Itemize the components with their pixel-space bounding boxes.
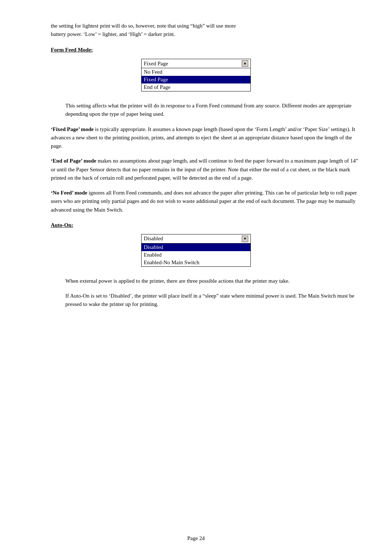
end-of-page-term: ‘End of Page’ mode (51, 158, 96, 164)
fixed-page-term: ‘Fixed Page’ mode (51, 126, 94, 132)
form-feed-para-2: ‘Fixed Page’ mode is typically appropria… (51, 125, 363, 151)
auto-on-para-1: When external power is applied to the pr… (65, 277, 363, 285)
auto-on-dropdown[interactable]: Disabled ▼ Disabled Enabled Enabled-No M… (141, 234, 251, 267)
auto-on-heading: Auto-On: (51, 222, 363, 228)
auto-on-selected-value: Disabled (144, 236, 163, 242)
form-feed-para-4: ‘No Feed’ mode ignores all Form Feed com… (51, 189, 363, 214)
form-feed-para-3: ‘End of Page’ mode makes no assumptions … (51, 157, 363, 182)
form-feed-dropdown-arrow[interactable]: ▼ (242, 60, 248, 67)
no-feed-term: ‘No Feed’ mode (51, 190, 87, 196)
auto-on-option-enabled-no-main[interactable]: Enabled-No Main Switch (142, 259, 250, 266)
end-of-page-desc: makes no assumptions about page length, … (51, 158, 358, 181)
auto-on-dropdown-arrow[interactable]: ▼ (242, 236, 248, 242)
page: the setting for lightest print will do s… (0, 0, 392, 556)
auto-on-section: Auto-On: Disabled ▼ Disabled Enabled Ena… (29, 222, 363, 309)
no-feed-desc: ignores all Form Feed commands, and does… (51, 190, 357, 213)
fixed-page-desc: is typically appropriate. It assumes a k… (51, 126, 355, 149)
intro-line1: the setting for lightest print will do s… (51, 23, 236, 29)
form-feed-option-nofeed[interactable]: No Feed (142, 68, 250, 76)
form-feed-dropdown-header[interactable]: Fixed Page ▼ (142, 59, 250, 68)
auto-on-dropdown-header[interactable]: Disabled ▼ (142, 234, 250, 244)
page-number: Page 24 (0, 535, 392, 541)
auto-on-option-disabled[interactable]: Disabled (142, 244, 250, 251)
form-feed-para-1: This setting affects what the printer wi… (65, 102, 363, 119)
form-feed-heading: Form Feed Mode: (51, 47, 363, 53)
intro-paragraph: the setting for lightest print will do s… (51, 22, 363, 38)
form-feed-option-fixedpage[interactable]: Fixed Page (142, 76, 250, 83)
form-feed-option-endofpage[interactable]: End of Page (142, 83, 250, 91)
auto-on-para-2: If Auto-On is set to ‘Disabled’, the pri… (65, 292, 363, 309)
intro-line2: battery power. ‘Low’ = lighter, and ‘Hig… (51, 31, 175, 37)
form-feed-selected-value: Fixed Page (144, 61, 168, 67)
auto-on-option-enabled[interactable]: Enabled (142, 251, 250, 259)
form-feed-section: Form Feed Mode: Fixed Page ▼ No Feed Fix… (29, 47, 363, 214)
form-feed-dropdown[interactable]: Fixed Page ▼ No Feed Fixed Page End of P… (141, 59, 251, 91)
